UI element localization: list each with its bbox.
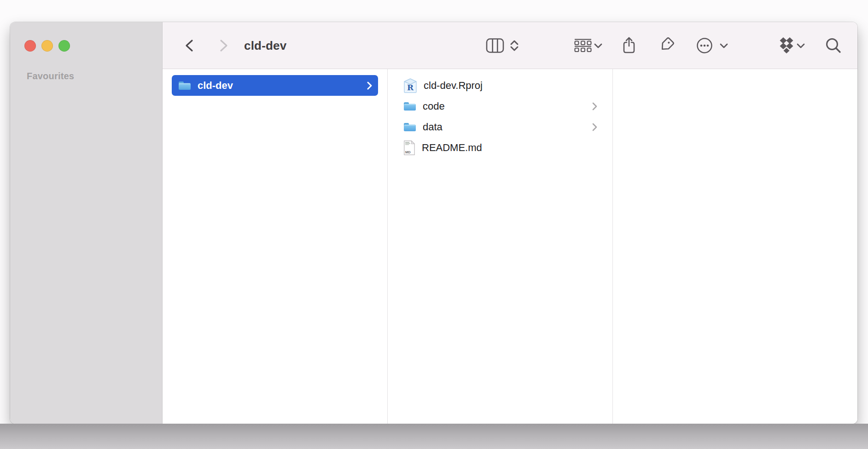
- group-dropdown-chevron[interactable]: [594, 42, 602, 49]
- zoom-button[interactable]: [58, 40, 70, 52]
- dropbox-icon: [777, 37, 796, 54]
- browser-column-1: cld-dev: [163, 69, 388, 424]
- window-title: cld-dev: [244, 39, 286, 53]
- folder-item-code[interactable]: code: [397, 96, 603, 117]
- more-options-button[interactable]: [695, 36, 714, 55]
- forward-chevron-icon: [217, 39, 229, 52]
- column-view-icon: [486, 38, 504, 53]
- group-view-icon: [574, 38, 592, 53]
- tag-button[interactable]: [656, 35, 676, 56]
- forward-button[interactable]: [217, 39, 229, 52]
- file-item-cld-dev-rproj[interactable]: R cld-dev.Rproj: [397, 75, 603, 96]
- chevron-down-icon: [797, 42, 805, 49]
- dropbox-button[interactable]: [777, 37, 796, 54]
- more-options-chevron[interactable]: [720, 42, 728, 49]
- ellipsis-circle-icon: [695, 36, 714, 55]
- file-item-readme-md[interactable]: MD README.md: [397, 137, 603, 158]
- browser-column-3: [613, 69, 857, 424]
- view-sort-toggle[interactable]: [509, 39, 519, 52]
- close-button[interactable]: [24, 40, 36, 52]
- share-button[interactable]: [621, 36, 637, 55]
- svg-text:R: R: [407, 83, 414, 92]
- search-button[interactable]: [824, 36, 843, 55]
- folder-icon: [178, 80, 192, 91]
- back-chevron-icon: [184, 39, 196, 52]
- svg-text:MD: MD: [405, 150, 411, 154]
- finder-window: Favourites cld-dev: [10, 22, 857, 424]
- browser-column-2: R cld-dev.Rproj code: [388, 69, 613, 424]
- sidebar-section-favourites: Favourites: [27, 71, 74, 82]
- sort-chevrons-icon: [509, 39, 519, 52]
- column-browser: cld-dev R cld-dev.Rproj: [163, 69, 857, 424]
- r-project-icon: R: [403, 78, 418, 93]
- dropbox-chevron[interactable]: [797, 42, 805, 49]
- item-label: code: [423, 100, 445, 112]
- tag-icon: [656, 35, 676, 56]
- group-button[interactable]: [574, 38, 592, 53]
- folder-item-cld-dev[interactable]: cld-dev: [172, 75, 378, 96]
- main-area: cld-dev: [163, 22, 857, 424]
- window-drop-shadow: [0, 424, 868, 449]
- chevron-right-icon: [592, 123, 597, 131]
- chevron-right-icon: [367, 82, 372, 90]
- sidebar: Favourites: [10, 22, 163, 424]
- item-label: cld-dev: [198, 80, 233, 92]
- search-icon: [824, 36, 843, 55]
- column-view-button[interactable]: [486, 38, 504, 53]
- folder-item-data[interactable]: data: [397, 117, 603, 137]
- minimize-button[interactable]: [41, 40, 53, 52]
- folder-icon: [403, 101, 417, 112]
- chevron-right-icon: [592, 102, 597, 111]
- chevron-down-icon: [594, 42, 602, 49]
- back-button[interactable]: [184, 39, 196, 52]
- traffic-lights: [24, 40, 70, 52]
- item-label: README.md: [422, 142, 482, 154]
- share-icon: [621, 36, 637, 55]
- markdown-document-icon: MD: [403, 140, 416, 156]
- toolbar: cld-dev: [163, 22, 857, 69]
- folder-icon: [403, 122, 417, 133]
- item-label: cld-dev.Rproj: [424, 80, 483, 92]
- chevron-down-icon: [720, 42, 728, 49]
- item-label: data: [423, 121, 443, 133]
